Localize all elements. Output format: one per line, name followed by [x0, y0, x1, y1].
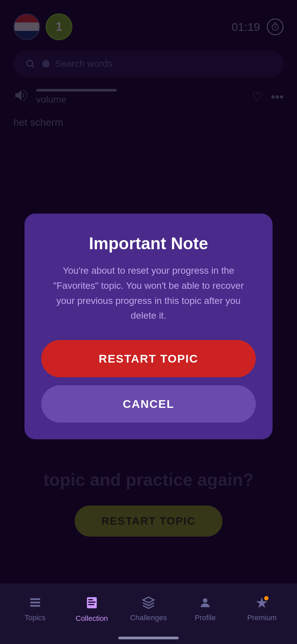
sidebar-item-collection[interactable]: Collection — [63, 595, 120, 623]
collection-icon-wrapper — [84, 595, 99, 611]
svg-rect-7 — [88, 601, 96, 603]
svg-rect-3 — [30, 601, 40, 603]
svg-rect-6 — [88, 599, 93, 600]
modal-body: You're about to reset your progress in t… — [41, 263, 256, 323]
modal-title: Important Note — [41, 234, 256, 253]
bottom-nav: Topics Collection Challenges — [0, 584, 297, 644]
topics-icon-wrapper — [28, 596, 42, 611]
svg-rect-2 — [30, 598, 40, 600]
home-indicator — [118, 637, 179, 639]
challenges-label: Challenges — [130, 613, 167, 622]
sidebar-item-profile[interactable]: Profile — [177, 596, 234, 622]
premium-label: Premium — [247, 613, 277, 622]
cancel-button[interactable]: CANCEL — [41, 385, 256, 423]
sidebar-item-challenges[interactable]: Challenges — [120, 596, 177, 622]
premium-icon-wrapper — [255, 596, 269, 611]
topics-label: Topics — [24, 613, 45, 622]
svg-point-9 — [203, 598, 207, 602]
premium-dot — [264, 596, 269, 600]
sidebar-item-premium[interactable]: Premium — [234, 596, 290, 622]
collection-label: Collection — [76, 614, 108, 623]
profile-icon-wrapper — [198, 596, 212, 611]
profile-label: Profile — [195, 613, 216, 622]
sidebar-item-topics[interactable]: Topics — [7, 596, 63, 622]
restart-topic-button[interactable]: RESTART TOPIC — [41, 340, 256, 377]
svg-rect-8 — [88, 604, 94, 605]
challenges-icon-wrapper — [142, 596, 155, 611]
svg-rect-4 — [30, 605, 40, 606]
modal-dialog: Important Note You're about to reset you… — [24, 214, 273, 439]
